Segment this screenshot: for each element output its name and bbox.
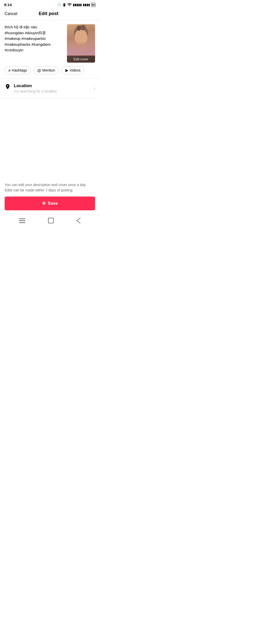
signal2-icon: ▮▮▮▮ — [83, 3, 90, 7]
alarm-icon: 🕐 — [57, 3, 61, 7]
bottom-area: You can edit your description and cover … — [0, 178, 100, 230]
top-nav: Cancel Edit post — [0, 8, 100, 20]
cover-thumbnail[interactable]: Edit cover — [67, 24, 95, 63]
status-time: 9:14 — [4, 3, 12, 7]
menu-icon[interactable] — [19, 218, 25, 225]
mention-button[interactable]: @ Mention — [33, 66, 59, 74]
back-icon[interactable] — [76, 218, 80, 225]
status-icons: 🕐 📳 ▮▮▮▮▮ ▮▮▮▮ 94 — [57, 3, 96, 7]
status-bar: 9:14 🕐 📳 ▮▮▮▮▮ ▮▮▮▮ 94 — [0, 0, 100, 8]
edit-cover-button[interactable]: Edit cover — [67, 56, 95, 63]
location-hint: Try searching for a location — [14, 89, 57, 93]
cancel-button[interactable]: Cancel — [5, 12, 17, 16]
battery-icon: 94 — [91, 3, 96, 7]
svg-rect-2 — [19, 222, 25, 223]
save-button[interactable]: ✳ Save — [5, 197, 95, 210]
location-section[interactable]: Location Try searching for a location › — [0, 79, 100, 98]
videos-label: Videos — [70, 68, 81, 72]
location-title: Location — [14, 83, 57, 88]
location-text-group: Location Try searching for a location — [14, 83, 57, 93]
svg-rect-3 — [48, 218, 53, 223]
svg-rect-0 — [19, 218, 25, 219]
sparkle-icon: ✳ — [42, 201, 46, 206]
post-row: thích hộ đi tiệc nào #huongdan #douyin抖音… — [5, 24, 95, 63]
play-icon: ▶ — [65, 68, 68, 73]
home-icon[interactable] — [48, 218, 54, 225]
videos-button[interactable]: ▶ Videos — [62, 66, 85, 74]
svg-rect-1 — [19, 221, 25, 221]
post-description[interactable]: thích hộ đi tiệc nào #huongdan #douyin抖音… — [5, 24, 63, 53]
hashtag-icon: # — [8, 68, 10, 73]
location-pin-icon — [5, 84, 11, 92]
hashtags-label: Hashtags — [12, 68, 27, 72]
bottom-nav — [0, 214, 100, 230]
vibrate-icon: 📳 — [62, 3, 66, 7]
chevron-right-icon: › — [94, 86, 95, 91]
page-title: Edit post — [39, 11, 58, 16]
signal-icon: ▮▮▮▮▮ — [73, 3, 82, 7]
wifi-icon — [67, 3, 72, 7]
hashtags-button[interactable]: # Hashtags — [5, 66, 31, 74]
footer-note: You can edit your description and cover … — [0, 178, 100, 197]
mention-label: Mention — [42, 68, 55, 72]
save-label: Save — [48, 201, 58, 206]
content-section: thích hộ đi tiệc nào #huongdan #douyin抖音… — [0, 20, 100, 79]
location-left: Location Try searching for a location — [5, 83, 57, 93]
mention-icon: @ — [37, 68, 41, 73]
action-buttons: # Hashtags @ Mention ▶ Videos — [5, 66, 95, 74]
